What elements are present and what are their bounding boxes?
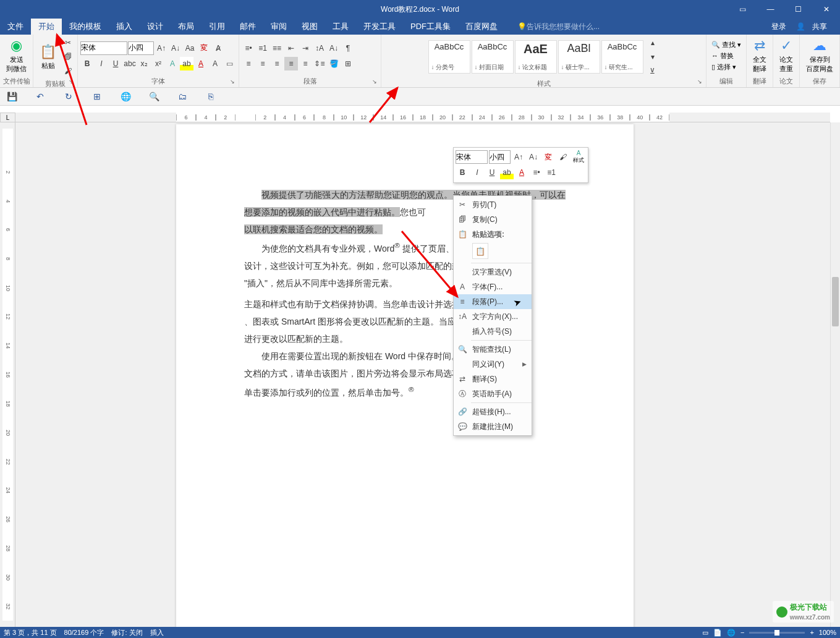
grow-font-button[interactable]: A↑ <box>155 41 168 55</box>
format-painter-button[interactable]: 🖌 <box>61 64 75 78</box>
vertical-scrollbar[interactable] <box>830 122 840 627</box>
style-5[interactable]: AaBbCc↓ 研究生... <box>601 40 643 74</box>
style-3[interactable]: AaE↓ 论文标题 <box>515 40 557 74</box>
tell-me-input[interactable]: 💡 告诉我您想要做什么... <box>505 19 600 35</box>
cm-english[interactable]: Ⓐ英语助手(A) <box>454 386 532 401</box>
replace-button[interactable]: ↔ 替换 <box>709 51 744 61</box>
styles-more-button[interactable]: ⊻ <box>646 64 660 78</box>
ruler-corner[interactable]: L <box>0 113 15 122</box>
tab-my-templates[interactable]: 我的模板 <box>62 19 109 35</box>
cm-cut[interactable]: ✂剪切(T) <box>454 197 532 212</box>
align-left-button[interactable]: ≡ <box>242 57 255 70</box>
cm-font[interactable]: A字体(F)... <box>454 279 532 294</box>
cm-comment[interactable]: 💬新建批注(M) <box>454 419 532 434</box>
login-button[interactable]: 登录 <box>766 22 791 32</box>
change-case-button[interactable]: Aa <box>183 41 197 55</box>
cm-text-direction[interactable]: ↕A文字方向(X)... <box>454 309 532 324</box>
char-border-button[interactable]: ▭ <box>223 57 236 70</box>
font-size-input[interactable] <box>128 41 154 55</box>
share-button[interactable]: 👤 共享 <box>791 22 837 32</box>
paragraph-dialog-launcher[interactable]: ↘ <box>372 79 380 86</box>
phonetic-button[interactable]: 変 <box>197 41 211 55</box>
qat-btn-5[interactable]: 🌐 <box>119 90 132 103</box>
bullet-list-button[interactable]: ≡• <box>242 41 255 55</box>
mini-font-color[interactable]: A <box>515 166 528 179</box>
style-4[interactable]: AaBl↓ 硕士学... <box>558 40 600 74</box>
tab-mailings[interactable]: 邮件 <box>232 19 263 35</box>
mini-numbers[interactable]: ≡1 <box>545 166 558 179</box>
paste-keep-source[interactable]: 📋 <box>472 243 488 259</box>
cm-hyperlink[interactable]: 🔗超链接(H)... <box>454 404 532 419</box>
close-icon[interactable]: ✕ <box>812 0 840 19</box>
redo-button[interactable]: ↻ <box>62 90 75 103</box>
qat-btn-4[interactable]: ⊞ <box>90 90 104 103</box>
qat-btn-6[interactable]: 🔍 <box>147 90 161 103</box>
select-button[interactable]: ▯ 选择 ▾ <box>709 62 744 72</box>
styles-up-button[interactable]: ▴ <box>646 36 660 49</box>
increase-indent-button[interactable]: ⇥ <box>299 41 312 55</box>
align-right-button[interactable]: ≡ <box>270 57 284 70</box>
text-effects-button[interactable]: A <box>166 57 179 70</box>
tab-tools[interactable]: 工具 <box>325 19 356 35</box>
status-page[interactable]: 第 3 页，共 11 页 <box>4 628 57 637</box>
style-1[interactable]: AaBbCc↓ 分类号 <box>428 40 470 74</box>
distributed-button[interactable]: ≡ <box>299 57 312 70</box>
underline-button[interactable]: U <box>109 57 122 70</box>
ribbon-options-icon[interactable]: ▭ <box>729 0 757 19</box>
qat-btn-7[interactable]: 🗂 <box>176 90 189 103</box>
highlight-button[interactable]: ab <box>180 57 193 70</box>
mini-format-painter[interactable]: 🖌 <box>556 150 570 164</box>
tab-layout[interactable]: 布局 <box>171 19 202 35</box>
text-direction-button[interactable]: ↕A <box>313 41 326 55</box>
tab-baidu[interactable]: 百度网盘 <box>458 19 505 35</box>
paste-button[interactable]: 📋 粘贴 <box>36 37 60 77</box>
bold-button[interactable]: B <box>80 57 94 70</box>
save-to-baidu-button[interactable]: ☁ 保存到百度网盘 <box>802 36 837 75</box>
mini-phonetic[interactable]: 変 <box>541 150 555 164</box>
sort-button[interactable]: A↓ <box>327 41 341 55</box>
font-name-input[interactable] <box>80 41 127 55</box>
cm-smart-lookup[interactable]: 🔍智能查找(L) <box>454 342 532 357</box>
vertical-ruler[interactable]: 2468101214161820222426283032 <box>0 122 15 627</box>
status-words[interactable]: 80/2169 个字 <box>64 628 104 637</box>
char-shading-button[interactable]: A <box>208 57 222 70</box>
tab-dev[interactable]: 开发工具 <box>356 19 403 35</box>
mini-underline[interactable]: U <box>485 166 499 179</box>
show-hide-button[interactable]: ¶ <box>341 41 355 55</box>
shading-button[interactable]: 🪣 <box>327 57 341 70</box>
tab-pdf[interactable]: PDF工具集 <box>403 19 458 35</box>
mini-highlight[interactable]: ab <box>500 166 514 179</box>
cm-paragraph[interactable]: ≡段落(P)... <box>454 294 532 309</box>
strike-button[interactable]: abc <box>123 57 137 70</box>
mini-styles-button[interactable]: A样式 <box>571 150 586 164</box>
subscript-button[interactable]: x₂ <box>137 57 151 70</box>
font-dialog-launcher[interactable]: ↘ <box>230 79 237 86</box>
qat-btn-8[interactable]: ⎘ <box>204 90 218 103</box>
italic-button[interactable]: I <box>95 57 108 70</box>
horizontal-ruler[interactable]: 6422468101214161820222426283032343638404… <box>15 113 830 122</box>
mini-italic[interactable]: I <box>470 166 484 179</box>
decrease-indent-button[interactable]: ⇤ <box>284 41 298 55</box>
zoom-out[interactable]: − <box>740 629 744 636</box>
mini-shrink-font[interactable]: A↓ <box>527 150 540 164</box>
status-revision[interactable]: 修订: 关闭 <box>111 628 142 637</box>
superscript-button[interactable]: x² <box>151 57 165 70</box>
scrollbar-thumb[interactable] <box>832 277 839 326</box>
tab-view[interactable]: 视图 <box>294 19 325 35</box>
shrink-font-button[interactable]: A↓ <box>169 41 182 55</box>
cm-hanzi[interactable]: 汉字重选(V) <box>454 265 532 279</box>
mini-grow-font[interactable]: A↑ <box>512 150 525 164</box>
styles-dialog-launcher[interactable]: ↘ <box>697 79 705 86</box>
maximize-icon[interactable]: ☐ <box>784 0 812 19</box>
send-to-wechat-button[interactable]: ◉ 发送到微信 <box>2 36 30 75</box>
zoom-in[interactable]: + <box>810 629 813 636</box>
border-button[interactable]: ⊞ <box>341 57 355 70</box>
tab-references[interactable]: 引用 <box>202 19 232 35</box>
save-button[interactable]: 💾 <box>5 90 19 103</box>
mini-font-name[interactable] <box>456 150 488 164</box>
multilevel-list-button[interactable]: ≡≡ <box>270 41 284 55</box>
view-read-mode[interactable]: ▭ <box>702 629 708 637</box>
clear-format-button[interactable]: A̷ <box>211 41 225 55</box>
tab-home[interactable]: 开始 <box>31 19 62 35</box>
font-color-button[interactable]: A <box>194 57 208 70</box>
